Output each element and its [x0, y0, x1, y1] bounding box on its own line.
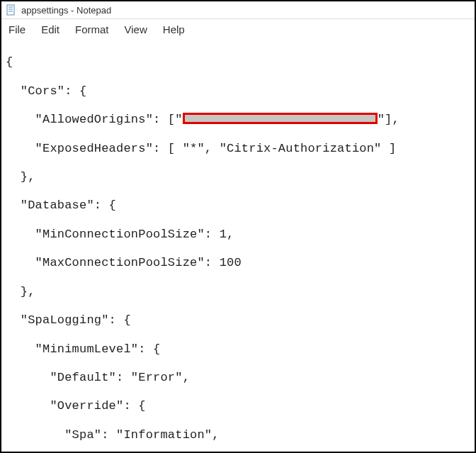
notepad-icon	[6, 4, 17, 16]
code-line: "Override": {	[6, 399, 470, 413]
code-line: "MaxConnectionPoolSize": 100	[6, 256, 470, 270]
menu-view[interactable]: View	[122, 22, 150, 37]
code-line: {	[6, 55, 470, 69]
code-line: "ExposedHeaders": [ "*", "Citrix-Authori…	[6, 142, 470, 156]
menu-format[interactable]: Format	[72, 22, 112, 37]
code-line: "Spa": "Information",	[6, 428, 470, 442]
menubar: File Edit Format View Help	[1, 19, 475, 40]
code-line: },	[6, 285, 470, 299]
redacted-value	[183, 113, 378, 124]
code-line: "MinimumLevel": {	[6, 342, 470, 357]
code-line: "Database": {	[6, 198, 470, 213]
menu-file[interactable]: File	[6, 22, 28, 37]
code-line: "MinConnectionPoolSize": 1,	[6, 228, 470, 242]
code-text: "],	[378, 113, 400, 126]
code-text: "AllowedOrigins": ["	[6, 113, 183, 126]
svg-rect-0	[7, 5, 14, 15]
code-line: "Default": "Error",	[6, 371, 470, 385]
window-title: appsettings - Notepad	[21, 5, 111, 16]
editor-content[interactable]: { "Cors": { "AllowedOrigins": [""], "Exp…	[1, 40, 475, 453]
titlebar: appsettings - Notepad	[1, 1, 475, 19]
menu-help[interactable]: Help	[160, 22, 188, 37]
code-line: "SpaLogging": {	[6, 313, 470, 328]
code-line: },	[6, 170, 470, 184]
code-line: "Cors": {	[6, 84, 470, 99]
code-line: "AllowedOrigins": [""],	[6, 113, 470, 127]
menu-edit[interactable]: Edit	[38, 22, 62, 37]
